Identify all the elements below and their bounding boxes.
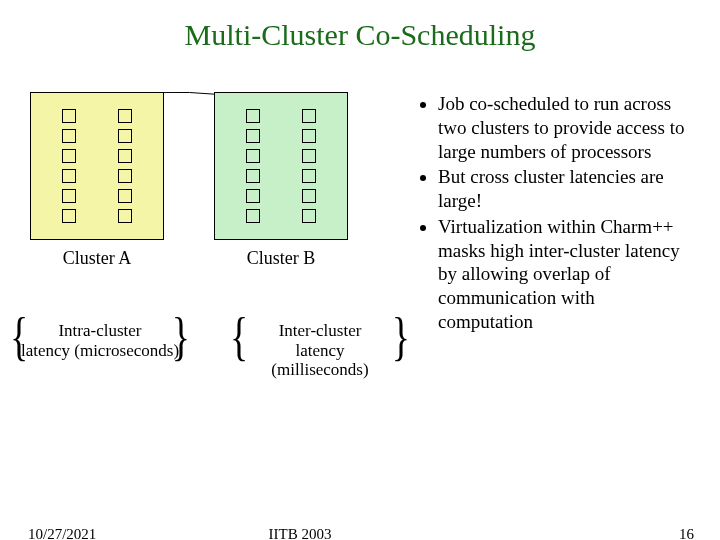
processor-icon: [246, 109, 260, 123]
processor-icon: [118, 189, 132, 203]
intra-line1: Intra-cluster: [58, 321, 141, 340]
bullets-area: Job co-scheduled to run across two clust…: [420, 92, 700, 380]
processor-icon: [118, 129, 132, 143]
brace-icon: {: [230, 309, 248, 362]
processor-icon: [62, 109, 76, 123]
cluster-b: Cluster B: [214, 92, 348, 269]
intra-line2: latency (microseconds): [21, 341, 179, 360]
cluster-a: Cluster A: [30, 92, 164, 269]
content-area: Cluster A: [0, 92, 720, 380]
cluster-b-box: [214, 92, 348, 240]
processor-icon: [118, 109, 132, 123]
cluster-a-label: Cluster A: [30, 248, 164, 269]
brace-icon: }: [392, 309, 410, 362]
bullet-item: Job co-scheduled to run across two clust…: [438, 92, 686, 163]
inter-line1: Inter-cluster: [279, 321, 362, 340]
brace-icon: {: [10, 309, 28, 362]
cluster-b-col2: [302, 109, 316, 223]
brace-icon: }: [172, 309, 190, 362]
inter-latency: { Inter-cluster latency (milliseconds) }: [240, 321, 400, 380]
processor-icon: [246, 189, 260, 203]
processor-icon: [62, 149, 76, 163]
clusters-row: Cluster A: [0, 92, 420, 269]
processor-icon: [62, 169, 76, 183]
processor-icon: [118, 149, 132, 163]
processor-icon: [302, 169, 316, 183]
footer-center: IITB 2003: [0, 526, 720, 540]
inter-line2: latency: [295, 341, 344, 360]
processor-icon: [302, 109, 316, 123]
processor-icon: [246, 129, 260, 143]
cluster-b-col1: [246, 109, 260, 223]
bullet-item: Virtualization within Charm++ masks high…: [438, 215, 686, 334]
bullet-item: But cross cluster latencies are large!: [438, 165, 686, 213]
cluster-a-col2: [118, 109, 132, 223]
inter-line3: (milliseconds): [271, 360, 368, 379]
bullet-list: Job co-scheduled to run across two clust…: [420, 92, 686, 334]
slide-title: Multi-Cluster Co-Scheduling: [0, 0, 720, 52]
cluster-b-label: Cluster B: [214, 248, 348, 269]
processor-icon: [118, 169, 132, 183]
processor-icon: [118, 209, 132, 223]
processor-icon: [246, 169, 260, 183]
processor-icon: [302, 209, 316, 223]
cluster-a-box: [30, 92, 164, 240]
processor-icon: [302, 149, 316, 163]
cluster-a-col1: [62, 109, 76, 223]
footer-page: 16: [679, 526, 694, 540]
processor-icon: [246, 209, 260, 223]
processor-icon: [246, 149, 260, 163]
processor-icon: [302, 129, 316, 143]
diagram-area: Cluster A: [0, 92, 420, 380]
latency-row: { Intra-cluster latency (microseconds) }…: [0, 321, 420, 380]
processor-icon: [62, 129, 76, 143]
processor-icon: [62, 209, 76, 223]
processor-icon: [62, 189, 76, 203]
processor-icon: [302, 189, 316, 203]
intra-latency: { Intra-cluster latency (microseconds) }: [20, 321, 180, 380]
